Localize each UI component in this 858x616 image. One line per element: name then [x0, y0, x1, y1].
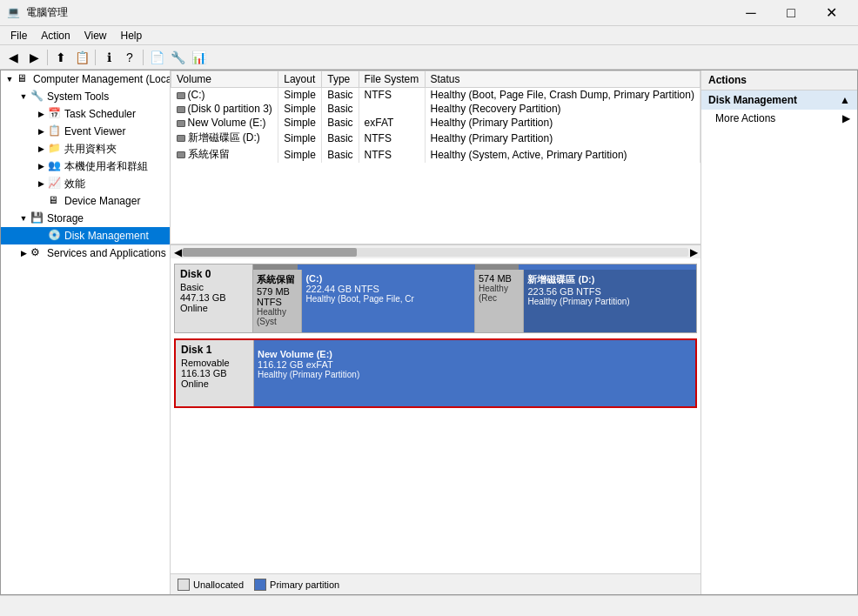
tree-expand-storage[interactable]: ▼ [17, 211, 30, 225]
title-bar: 💻 電腦管理 ─ □ ✕ [0, 0, 858, 26]
minimize-button[interactable]: ─ [731, 0, 771, 26]
toolbar-forward[interactable]: ▶ [24, 48, 44, 67]
actions-header: Actions [701, 70, 857, 90]
scroll-left-btn[interactable]: ◀ [172, 245, 183, 259]
toolbar: ◀ ▶ ⬆ 📋 ℹ ? 📄 🔧 📊 [0, 45, 858, 70]
menu-help[interactable]: Help [114, 28, 150, 44]
disk-management-action-header[interactable]: Disk Management ▲ [701, 90, 857, 110]
tree-expand-users[interactable]: ▶ [34, 159, 48, 173]
disk-0-type: Basic [180, 282, 247, 292]
tree-expand-task[interactable]: ▶ [34, 107, 48, 121]
cell-layout: Simple [278, 116, 322, 130]
menu-view[interactable]: View [77, 28, 114, 44]
unallocated-swatch [178, 579, 190, 591]
primary-label: Primary partition [270, 579, 339, 590]
device-icon: 🖥 [48, 194, 62, 208]
cell-fs: exFAT [359, 116, 425, 130]
cell-layout: Simple [278, 102, 322, 116]
disk-1-size: 116.13 GB [181, 368, 248, 378]
tree-performance-label: 效能 [64, 177, 85, 191]
toolbar-properties[interactable]: ℹ [99, 48, 118, 67]
table-row[interactable]: 新增磁碟區 (D:) Simple Basic NTFS Healthy (Pr… [171, 130, 700, 146]
disk-1-status: Online [181, 378, 248, 389]
scrollbar-thumb[interactable] [183, 248, 357, 257]
legend-primary: Primary partition [254, 579, 339, 591]
disk-table: Volume Layout Type File System Status (C… [171, 70, 700, 163]
cell-status: Healthy (System, Active, Primary Partiti… [425, 146, 700, 163]
toolbar-new[interactable]: 📄 [147, 48, 166, 67]
toolbar-show-hide[interactable]: 📋 [72, 48, 91, 67]
toolbar-up[interactable]: ⬆ [51, 48, 70, 67]
tree-system-tools[interactable]: ▼ 🔧 System Tools [1, 88, 170, 105]
disk-1-info: Disk 1 Removable 116.13 GB Online [176, 340, 254, 406]
tree-system-tools-label: System Tools [47, 90, 109, 103]
tree-expand-services[interactable]: ▶ [17, 246, 30, 260]
cell-status: Healthy (Recovery Partition) [425, 102, 700, 116]
table-row[interactable]: New Volume (E:) Simple Basic exFAT Healt… [171, 116, 700, 130]
disk-0-content: 系統保留 579 MB NTFS Healthy (Syst (C:) 222.… [253, 270, 696, 332]
right-panel: Volume Layout Type File System Status (C… [171, 70, 700, 594]
toolbar-help[interactable]: ? [120, 48, 139, 67]
disk-0-name: Disk 0 [180, 268, 247, 280]
tree-expand-perf[interactable]: ▶ [34, 177, 48, 191]
tree-device-manager[interactable]: ▶ 🖥 Device Manager [1, 192, 170, 210]
title-bar-controls: ─ □ ✕ [731, 0, 851, 26]
tree-disk-label: Disk Management [64, 230, 149, 242]
table-row[interactable]: (Disk 0 partition 3) Simple Basic Health… [171, 102, 700, 116]
services-icon: ⚙ [30, 246, 44, 260]
menu-action[interactable]: Action [34, 28, 77, 44]
close-button[interactable]: ✕ [811, 0, 851, 26]
tree-event-label: Event Viewer [64, 125, 125, 137]
tree-root[interactable]: ▼ 🖥 Computer Management (Local [1, 70, 170, 88]
tree-storage[interactable]: ▼ 💾 Storage [1, 210, 170, 227]
disk-1-part-1[interactable]: New Volume (E:) 116.12 GB exFAT Healthy … [254, 345, 695, 406]
maximize-button[interactable]: □ [771, 0, 811, 26]
part-0-2-status: Healthy (Boot, Page File, Cr [305, 294, 471, 304]
horizontal-scrollbar[interactable]: ◀ ▶ [171, 244, 700, 258]
th-volume: Volume [171, 71, 278, 88]
tree-disk-management[interactable]: ▶ 💿 Disk Management [1, 227, 170, 244]
scroll-right-btn[interactable]: ▶ [688, 245, 699, 259]
table-row[interactable]: (C:) Simple Basic NTFS Healthy (Boot, Pa… [171, 88, 700, 103]
cell-layout: Simple [278, 130, 322, 146]
part-0-2-size: 222.44 GB NTFS [305, 284, 471, 294]
cell-status: Healthy (Primary Partition) [425, 116, 700, 130]
toolbar-extra2[interactable]: 📊 [189, 48, 208, 67]
tree-task-scheduler[interactable]: ▶ 📅 Task Scheduler [1, 105, 170, 123]
table-row[interactable]: 系統保留 Simple Basic NTFS Healthy (System, … [171, 146, 700, 163]
tree-expand-shared[interactable]: ▶ [34, 142, 48, 156]
disk-0-part-2[interactable]: (C:) 222.44 GB NTFS Healthy (Boot, Page … [302, 270, 475, 332]
tree-expand-event[interactable]: ▶ [34, 124, 48, 138]
tree-local-users-label: 本機使用者和群組 [64, 159, 148, 174]
tree-local-users[interactable]: ▶ 👥 本機使用者和群組 [1, 157, 170, 175]
task-icon: 📅 [48, 107, 62, 121]
title-bar-title: 電腦管理 [26, 5, 731, 20]
cell-status: Healthy (Primary Partition) [425, 130, 700, 146]
th-layout: Layout [278, 71, 322, 88]
tree-event-viewer[interactable]: ▶ 📋 Event Viewer [1, 123, 170, 140]
cell-status: Healthy (Boot, Page File, Crash Dump, Pr… [425, 88, 700, 103]
toolbar-extra1[interactable]: 🔧 [168, 48, 187, 67]
tree-performance[interactable]: ▶ 📈 效能 [1, 175, 170, 192]
part-1-1-size: 116.12 GB exFAT [258, 359, 692, 370]
tree-expand-root[interactable]: ▼ [3, 72, 17, 86]
disk-0-part-3[interactable]: 574 MB Healthy (Rec [475, 270, 524, 332]
disk-0-size: 447.13 GB [180, 292, 247, 303]
app-icon: 💻 [7, 6, 21, 20]
tree-expand-system[interactable]: ▼ [17, 90, 30, 104]
more-actions-item[interactable]: More Actions ▶ [701, 110, 857, 127]
scrollbar-track[interactable] [183, 248, 688, 257]
disk-management-collapse-icon: ▲ [840, 94, 850, 106]
menu-file[interactable]: File [3, 28, 34, 44]
disk-0-part-4[interactable]: 新增磁碟區 (D:) 223.56 GB NTFS Healthy (Prima… [524, 270, 696, 332]
toolbar-back[interactable]: ◀ [3, 48, 23, 67]
tree-shared-folders[interactable]: ▶ 📁 共用資料夾 [1, 140, 170, 157]
event-icon: 📋 [48, 124, 62, 138]
disk-0-part-1[interactable]: 系統保留 579 MB NTFS Healthy (Syst [253, 270, 302, 332]
legend-bar: Unallocated Primary partition [171, 573, 700, 594]
part-1-1-name: New Volume (E:) [258, 349, 692, 359]
th-type: Type [322, 71, 359, 88]
tree-services-apps[interactable]: ▶ ⚙ Services and Applications [1, 244, 170, 262]
cell-volume: New Volume (E:) [171, 116, 278, 130]
part-0-4-status: Healthy (Primary Partition) [527, 297, 693, 306]
